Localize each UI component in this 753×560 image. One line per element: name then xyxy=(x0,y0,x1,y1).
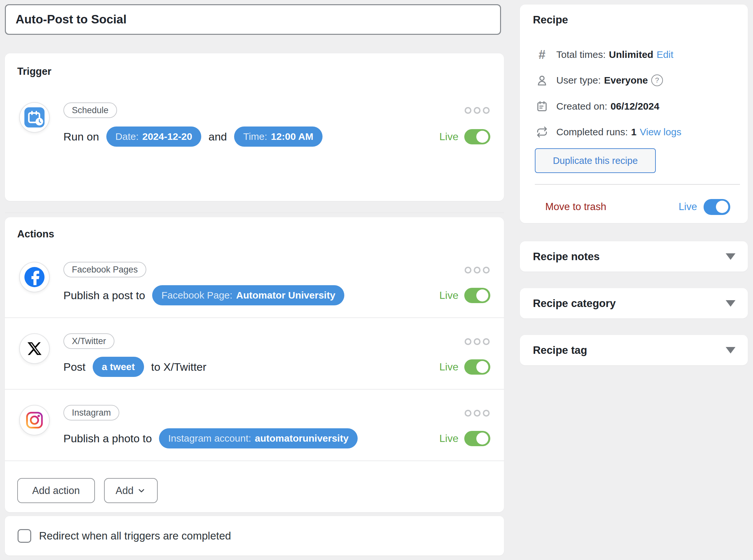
meta-row-user-type: User type: Everyone ? xyxy=(535,71,738,89)
facebook-page-token[interactable]: Facebook Page: Automator University xyxy=(152,285,344,305)
recipe-notes-panel[interactable]: Recipe notes xyxy=(520,241,748,272)
trigger-divider xyxy=(5,212,504,213)
recipe-live-label: Live xyxy=(678,201,697,213)
recipe-card-divider xyxy=(535,184,740,185)
recipe-live-row: Live xyxy=(678,199,730,215)
actions-footer: Add action Add xyxy=(17,478,158,503)
actions-panel: Actions Facebook Pages Publish a post to… xyxy=(5,217,504,512)
trigger-sentence-prefix: Run on xyxy=(63,131,99,143)
facebook-integration-badge[interactable]: Facebook Pages xyxy=(63,262,146,277)
chevron-down-icon xyxy=(137,486,146,495)
edit-total-times-link[interactable]: Edit xyxy=(656,49,673,60)
redirect-panel: Redirect when all triggers are completed xyxy=(5,516,504,556)
meta-row-created-on: Created on: 06/12/2024 xyxy=(535,97,738,116)
actions-heading: Actions xyxy=(17,228,54,240)
trigger-options-menu-icon[interactable] xyxy=(465,107,490,114)
recipe-category-panel[interactable]: Recipe category xyxy=(520,288,748,318)
trigger-live-label: Live xyxy=(439,131,459,143)
action-row-instagram: Instagram Publish a photo to Instagram a… xyxy=(5,389,504,461)
calendar-icon xyxy=(535,100,549,112)
instagram-account-token[interactable]: Instagram account: automatoruniversity xyxy=(159,428,358,448)
instagram-live-row: Live xyxy=(439,428,490,448)
recipe-status-row: Move to trash Live xyxy=(545,196,730,217)
x-twitter-integration-badge[interactable]: X/Twitter xyxy=(63,333,115,349)
trigger-live-toggle[interactable] xyxy=(464,129,490,144)
tweet-token[interactable]: a tweet xyxy=(93,357,144,377)
redirect-checkbox[interactable] xyxy=(18,529,31,543)
instagram-live-toggle[interactable] xyxy=(464,431,490,446)
recipe-title-input[interactable] xyxy=(5,4,501,35)
instagram-sentence: Publish a photo to Instagram account: au… xyxy=(63,428,365,448)
trigger-live-row: Live xyxy=(439,126,490,147)
x-twitter-sentence: Post a tweet to X/Twitter xyxy=(63,357,206,377)
trigger-sentence-conjunction: and xyxy=(208,131,227,143)
help-icon[interactable]: ? xyxy=(651,75,663,86)
trigger-date-token[interactable]: Date: 2024-12-20 xyxy=(106,126,202,147)
add-action-button[interactable]: Add action xyxy=(17,478,95,503)
facebook-live-row: Live xyxy=(439,285,490,305)
redirect-label: Redirect when all triggers are completed xyxy=(39,530,231,542)
instagram-integration-badge[interactable]: Instagram xyxy=(63,405,119,420)
action-row-x-twitter: X/Twitter Post a tweet to X/Twitter Live xyxy=(5,318,504,389)
x-twitter-live-row: Live xyxy=(439,357,490,377)
trigger-time-token[interactable]: Time: 12:00 AM xyxy=(234,126,323,147)
meta-row-completed-runs: Completed runs: 1 View logs xyxy=(535,123,738,141)
trigger-panel: Trigger Schedule Run on Date: 2024-12-20… xyxy=(5,53,504,201)
x-twitter-live-toggle[interactable] xyxy=(464,359,490,375)
instagram-icon xyxy=(19,405,50,436)
trigger-sentence: Run on Date: 2024-12-20 and Time: 12:00 … xyxy=(63,126,323,147)
caret-down-icon xyxy=(726,253,735,260)
caret-down-icon xyxy=(726,300,735,307)
facebook-live-toggle[interactable] xyxy=(464,288,490,303)
view-logs-link[interactable]: View logs xyxy=(640,126,681,138)
repeat-icon xyxy=(535,126,549,138)
x-twitter-options-menu-icon[interactable] xyxy=(465,338,490,345)
trigger-integration-badge[interactable]: Schedule xyxy=(63,102,117,118)
facebook-icon xyxy=(19,262,50,292)
facebook-sentence: Publish a post to Facebook Page: Automat… xyxy=(63,285,351,305)
instagram-options-menu-icon[interactable] xyxy=(465,410,490,417)
move-to-trash-link[interactable]: Move to trash xyxy=(545,201,606,213)
user-icon xyxy=(535,74,549,86)
duplicate-recipe-button[interactable]: Duplicate this recipe xyxy=(535,148,656,173)
trigger-heading: Trigger xyxy=(17,66,52,77)
schedule-step-icon xyxy=(19,102,50,133)
caret-down-icon xyxy=(726,347,735,354)
add-dropdown-button[interactable]: Add xyxy=(104,478,158,503)
schedule-calendar-icon xyxy=(24,107,44,127)
recipe-live-toggle[interactable] xyxy=(704,199,730,215)
facebook-options-menu-icon[interactable] xyxy=(465,267,490,274)
hash-icon: # xyxy=(535,48,549,62)
recipe-heading: Recipe xyxy=(533,14,568,26)
meta-row-total-times: # Total times: Unlimited Edit xyxy=(535,45,738,64)
recipe-summary-panel: Recipe # Total times: Unlimited Edit Use… xyxy=(520,4,748,223)
action-row-facebook: Facebook Pages Publish a post to Faceboo… xyxy=(5,246,504,318)
x-twitter-icon xyxy=(19,333,50,364)
recipe-tag-panel[interactable]: Recipe tag xyxy=(520,335,748,365)
